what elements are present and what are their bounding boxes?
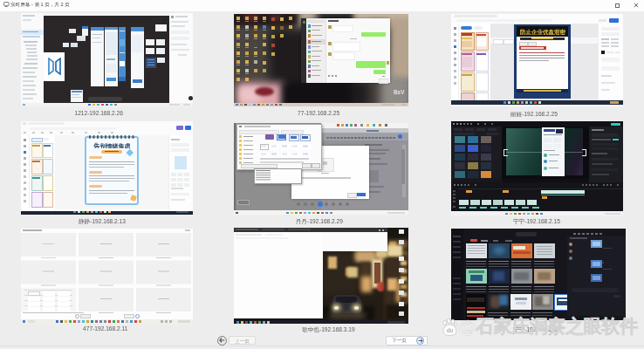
- svg-text:du: du: [447, 327, 454, 333]
